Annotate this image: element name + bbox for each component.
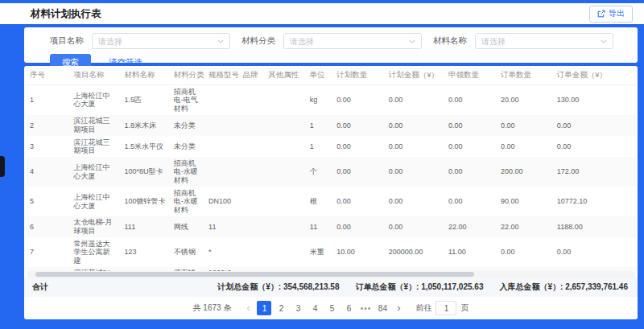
export-icon: [597, 10, 605, 18]
table-cell: [239, 136, 265, 157]
filter-fields-row: 项目名称 材料分类 材料名称: [50, 33, 621, 49]
page-button-4[interactable]: 4: [308, 301, 322, 315]
table-cell: [239, 85, 265, 115]
table-cell: 22.00: [444, 216, 497, 237]
column-header: 序号: [26, 66, 70, 85]
table-cell: 0.00: [553, 237, 636, 267]
goto-page-input[interactable]: [436, 301, 456, 315]
table-row: 7常州遥达大学生公寓新建123不锈钢*米重10.00200000.0011.00…: [26, 237, 636, 267]
filter-field-category: 材料分类: [242, 33, 422, 49]
table-cell: 22.00: [497, 216, 553, 237]
horizontal-scrollbar[interactable]: [27, 271, 635, 278]
table-cell: 4: [26, 157, 70, 187]
export-button[interactable]: 导出: [589, 6, 633, 23]
table-cell: 0.00: [444, 187, 497, 216]
table-cell: 2: [26, 115, 70, 136]
table-cell: 招商机电-水暖材料: [170, 187, 204, 216]
material-category-label: 材料分类: [242, 35, 275, 47]
material-category-select[interactable]: [283, 33, 422, 49]
summary-bar: 合计 计划总金额（¥）: 354,568,213.58 订单总金额（¥）: 1,…: [24, 278, 638, 297]
column-header: 申领数量: [444, 66, 497, 85]
next-page-icon[interactable]: ›: [392, 301, 405, 315]
table-cell: 未分类: [170, 136, 204, 157]
table-cell: [204, 157, 238, 187]
page-button-6[interactable]: 6: [341, 301, 356, 315]
table-cell: 滨江花城三期项目: [70, 115, 121, 136]
table-cell: [264, 237, 306, 267]
table-cell: 1.5匹: [120, 85, 169, 115]
goto-label: 前往: [415, 302, 431, 314]
prev-page-icon[interactable]: ‹: [242, 301, 254, 315]
summary-label: 合计: [32, 282, 48, 293]
table-cell: 11.00: [444, 237, 497, 267]
table-cell: 0.00: [385, 216, 444, 237]
table-row: 1上海松江中心大厦1.5匹招商机电-电气材料kg0.000.000.0020.0…: [26, 85, 636, 115]
chevron-down-icon: [217, 39, 224, 43]
sidebar-collapse-handle[interactable]: [0, 156, 5, 177]
table-cell: kg: [306, 85, 332, 115]
page-title: 材料计划执行表: [31, 7, 101, 21]
table-scroll-area: 序号项目名称材料名称材料分类规格型号品牌其他属性单位计划数量计划金额（¥）申领数…: [24, 66, 638, 271]
page-button-2[interactable]: 2: [274, 301, 288, 315]
table-cell: [264, 115, 306, 136]
material-name-label: 材料名称: [433, 35, 467, 47]
column-header: 订单金额（¥）: [553, 66, 636, 85]
table-row: 3滨江花城三期项目1.5米水平仪未分类10.000.000.000.000.00: [26, 136, 636, 157]
table-cell: 20.00: [497, 85, 553, 115]
table-cell: 3: [26, 136, 70, 157]
column-header: 品牌: [239, 66, 265, 85]
table-cell: 0.00: [444, 136, 497, 157]
table-cell: 0.00: [385, 136, 444, 157]
planned-total-value: 354,568,213.58: [283, 282, 340, 291]
order-total-value: 1,050,117,025.63: [421, 282, 483, 291]
material-category-input[interactable]: [290, 37, 409, 46]
page-button-5[interactable]: 5: [324, 301, 339, 315]
table-cell: 米重: [306, 237, 332, 267]
table-cell: 0.00: [497, 136, 553, 157]
page-button-1[interactable]: 1: [257, 301, 271, 315]
table-cell: 太仓电梯-月球项目: [70, 216, 121, 237]
table-cell: 0.00: [332, 157, 384, 187]
table-cell: DN100: [204, 187, 238, 216]
table-cell: 上海松江中心大厦: [70, 157, 121, 187]
scrollbar-thumb[interactable]: [35, 272, 473, 277]
table-cell: 常州遥达大学生公寓新建: [70, 237, 121, 267]
table-cell: 0.00: [385, 85, 444, 115]
table-cell: 123: [120, 237, 169, 267]
table-cell: [204, 85, 238, 115]
table-cell: 个: [306, 157, 332, 187]
project-name-select[interactable]: [92, 33, 230, 49]
page-ellipsis[interactable]: •••: [358, 301, 373, 315]
table-cell: 上海松江中心大厦: [70, 187, 121, 216]
table-cell: 0.00: [385, 115, 444, 136]
table-cell: [264, 187, 306, 216]
table-cell: 招商机电-电气材料: [170, 85, 204, 115]
page-button-3[interactable]: 3: [291, 301, 305, 315]
table-cell: 1: [26, 85, 70, 115]
table-cell: 200.00: [497, 157, 553, 187]
table-cell: 1: [306, 115, 332, 136]
table-cell: 10772.10: [553, 187, 636, 216]
table-cell: [264, 216, 306, 237]
material-name-input[interactable]: [481, 37, 601, 46]
inbound-total-value: 2,657,339,761.46: [565, 282, 628, 291]
table-cell: 172.00: [553, 157, 636, 187]
chevron-down-icon: [409, 39, 415, 43]
table-cell: 1.5米水平仪: [120, 136, 169, 157]
table-cell: [264, 157, 306, 187]
project-name-input[interactable]: [98, 37, 217, 46]
table-cell: [239, 157, 265, 187]
page-buttons: 123456•••84: [257, 301, 390, 315]
column-header: 其他属性: [264, 66, 306, 85]
table-cell: *: [204, 237, 238, 267]
table-cell: 11: [306, 216, 332, 237]
page-button-84[interactable]: 84: [375, 301, 390, 315]
table-cell: 0.00: [444, 85, 497, 115]
table-cell: 0.00: [553, 115, 636, 136]
material-name-select[interactable]: [475, 33, 613, 49]
filter-field-project: 项目名称: [50, 33, 230, 49]
filter-panel: 项目名称 材料分类 材料名称: [24, 27, 638, 63]
table-card: 序号项目名称材料名称材料分类规格型号品牌其他属性单位计划数量计划金额（¥）申领数…: [24, 66, 638, 319]
table-row: 6太仓电梯-月球项目111网线11110.000.0022.0022.00118…: [26, 216, 636, 237]
table-row: 5上海松江中心大厦100镀锌管卡招商机电-水暖材料DN100根0.000.000…: [26, 187, 636, 216]
